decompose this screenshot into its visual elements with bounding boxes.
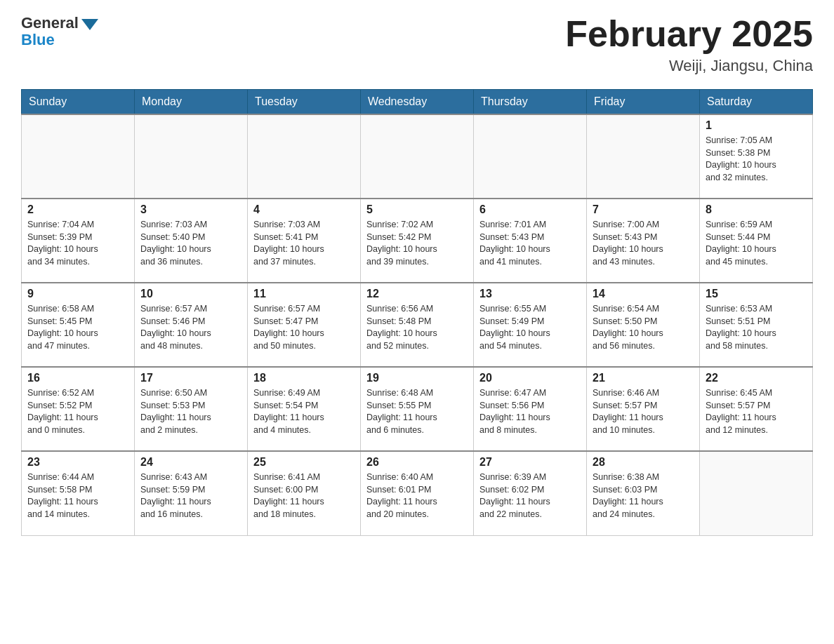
day-number: 10 [140,288,241,300]
calendar-cell: 7Sunrise: 7:00 AMSunset: 5:43 PMDaylight… [587,199,700,283]
day-number: 25 [253,456,355,469]
weekday-header-friday: Friday [587,90,700,115]
day-number: 1 [706,119,807,132]
calendar-cell: 14Sunrise: 6:54 AMSunset: 5:50 PMDayligh… [587,283,700,367]
calendar-body: 1Sunrise: 7:05 AMSunset: 5:38 PMDaylight… [22,114,813,535]
week-row-1: 1Sunrise: 7:05 AMSunset: 5:38 PMDaylight… [22,114,813,199]
day-number: 2 [27,203,128,216]
calendar-cell [361,114,474,199]
day-number: 22 [706,372,807,384]
day-info: Sunrise: 6:47 AMSunset: 5:56 PMDaylight:… [479,387,581,436]
weekday-header-wednesday: Wednesday [361,90,474,115]
page-header: General Blue February 2025 Weiji, Jiangs… [21,14,813,75]
day-info: Sunrise: 6:58 AMSunset: 5:45 PMDaylight:… [27,303,128,352]
calendar-cell: 22Sunrise: 6:45 AMSunset: 5:57 PMDayligh… [700,367,813,451]
weekday-header-saturday: Saturday [700,90,813,115]
day-number: 23 [27,456,128,469]
calendar-cell: 11Sunrise: 6:57 AMSunset: 5:47 PMDayligh… [248,283,361,367]
calendar-cell: 13Sunrise: 6:55 AMSunset: 5:49 PMDayligh… [474,283,587,367]
logo-arrow-icon [81,19,98,30]
calendar-cell: 20Sunrise: 6:47 AMSunset: 5:56 PMDayligh… [474,367,587,451]
week-row-2: 2Sunrise: 7:04 AMSunset: 5:39 PMDaylight… [22,199,813,283]
calendar-cell: 12Sunrise: 6:56 AMSunset: 5:48 PMDayligh… [361,283,474,367]
day-info: Sunrise: 7:02 AMSunset: 5:42 PMDaylight:… [366,219,468,268]
calendar-cell: 9Sunrise: 6:58 AMSunset: 5:45 PMDaylight… [22,283,135,367]
calendar-cell: 28Sunrise: 6:38 AMSunset: 6:03 PMDayligh… [587,451,700,535]
day-number: 4 [253,203,355,216]
location: Weiji, Jiangsu, China [565,57,813,75]
calendar-cell: 16Sunrise: 6:52 AMSunset: 5:52 PMDayligh… [22,367,135,451]
day-number: 8 [706,203,807,216]
day-info: Sunrise: 7:01 AMSunset: 5:43 PMDaylight:… [479,219,581,268]
day-info: Sunrise: 6:57 AMSunset: 5:46 PMDaylight:… [140,303,241,352]
day-info: Sunrise: 6:45 AMSunset: 5:57 PMDaylight:… [706,387,807,436]
weekday-header-monday: Monday [135,90,248,115]
logo-general-text: General [21,14,79,32]
calendar-cell [135,114,248,199]
calendar-cell: 21Sunrise: 6:46 AMSunset: 5:57 PMDayligh… [587,367,700,451]
day-info: Sunrise: 6:52 AMSunset: 5:52 PMDaylight:… [27,387,128,436]
weekday-header-tuesday: Tuesday [248,90,361,115]
weekday-header-row: SundayMondayTuesdayWednesdayThursdayFrid… [22,90,813,115]
day-info: Sunrise: 6:39 AMSunset: 6:02 PMDaylight:… [479,471,581,521]
day-info: Sunrise: 7:00 AMSunset: 5:43 PMDaylight:… [593,219,694,268]
calendar-header: SundayMondayTuesdayWednesdayThursdayFrid… [22,90,813,115]
day-info: Sunrise: 6:54 AMSunset: 5:50 PMDaylight:… [593,303,694,352]
week-row-3: 9Sunrise: 6:58 AMSunset: 5:45 PMDaylight… [22,283,813,367]
calendar-cell [700,451,813,535]
day-number: 16 [27,372,128,384]
calendar-cell: 10Sunrise: 6:57 AMSunset: 5:46 PMDayligh… [135,283,248,367]
calendar-cell [248,114,361,199]
calendar-cell: 17Sunrise: 6:50 AMSunset: 5:53 PMDayligh… [135,367,248,451]
day-number: 18 [253,372,355,384]
day-info: Sunrise: 6:49 AMSunset: 5:54 PMDaylight:… [253,387,355,436]
day-info: Sunrise: 7:03 AMSunset: 5:41 PMDaylight:… [253,219,355,268]
day-info: Sunrise: 6:38 AMSunset: 6:03 PMDaylight:… [593,471,694,521]
logo: General Blue [21,14,98,49]
day-info: Sunrise: 7:03 AMSunset: 5:40 PMDaylight:… [140,219,241,268]
calendar-cell: 8Sunrise: 6:59 AMSunset: 5:44 PMDaylight… [700,199,813,283]
calendar-cell: 1Sunrise: 7:05 AMSunset: 5:38 PMDaylight… [700,114,813,199]
calendar-cell: 2Sunrise: 7:04 AMSunset: 5:39 PMDaylight… [22,199,135,283]
calendar-table: SundayMondayTuesdayWednesdayThursdayFrid… [21,89,813,536]
calendar-cell [587,114,700,199]
day-number: 24 [140,456,241,469]
day-number: 27 [479,456,581,469]
calendar-cell: 24Sunrise: 6:43 AMSunset: 5:59 PMDayligh… [135,451,248,535]
day-number: 14 [593,288,694,300]
day-number: 11 [253,288,355,300]
title-section: February 2025 Weiji, Jiangsu, China [565,14,813,75]
day-number: 20 [479,372,581,384]
day-number: 5 [366,203,468,216]
day-info: Sunrise: 6:59 AMSunset: 5:44 PMDaylight:… [706,219,807,268]
weekday-header-thursday: Thursday [474,90,587,115]
calendar-cell: 4Sunrise: 7:03 AMSunset: 5:41 PMDaylight… [248,199,361,283]
calendar-cell [22,114,135,199]
calendar-cell: 23Sunrise: 6:44 AMSunset: 5:58 PMDayligh… [22,451,135,535]
day-info: Sunrise: 7:04 AMSunset: 5:39 PMDaylight:… [27,219,128,268]
calendar-cell: 19Sunrise: 6:48 AMSunset: 5:55 PMDayligh… [361,367,474,451]
week-row-5: 23Sunrise: 6:44 AMSunset: 5:58 PMDayligh… [22,451,813,535]
week-row-4: 16Sunrise: 6:52 AMSunset: 5:52 PMDayligh… [22,367,813,451]
calendar-cell: 3Sunrise: 7:03 AMSunset: 5:40 PMDaylight… [135,199,248,283]
calendar-cell: 18Sunrise: 6:49 AMSunset: 5:54 PMDayligh… [248,367,361,451]
day-number: 13 [479,288,581,300]
day-info: Sunrise: 6:43 AMSunset: 5:59 PMDaylight:… [140,471,241,521]
day-info: Sunrise: 6:57 AMSunset: 5:47 PMDaylight:… [253,303,355,352]
day-number: 7 [593,203,694,216]
day-number: 19 [366,372,468,384]
day-info: Sunrise: 6:41 AMSunset: 6:00 PMDaylight:… [253,471,355,521]
day-info: Sunrise: 6:44 AMSunset: 5:58 PMDaylight:… [27,471,128,521]
calendar-cell: 26Sunrise: 6:40 AMSunset: 6:01 PMDayligh… [361,451,474,535]
weekday-header-sunday: Sunday [22,90,135,115]
logo-blue-text: Blue [21,31,55,49]
day-info: Sunrise: 6:55 AMSunset: 5:49 PMDaylight:… [479,303,581,352]
day-number: 3 [140,203,241,216]
day-info: Sunrise: 6:53 AMSunset: 5:51 PMDaylight:… [706,303,807,352]
calendar-cell: 5Sunrise: 7:02 AMSunset: 5:42 PMDaylight… [361,199,474,283]
day-info: Sunrise: 6:48 AMSunset: 5:55 PMDaylight:… [366,387,468,436]
calendar-cell: 15Sunrise: 6:53 AMSunset: 5:51 PMDayligh… [700,283,813,367]
calendar-cell: 25Sunrise: 6:41 AMSunset: 6:00 PMDayligh… [248,451,361,535]
day-number: 21 [593,372,694,384]
day-number: 15 [706,288,807,300]
